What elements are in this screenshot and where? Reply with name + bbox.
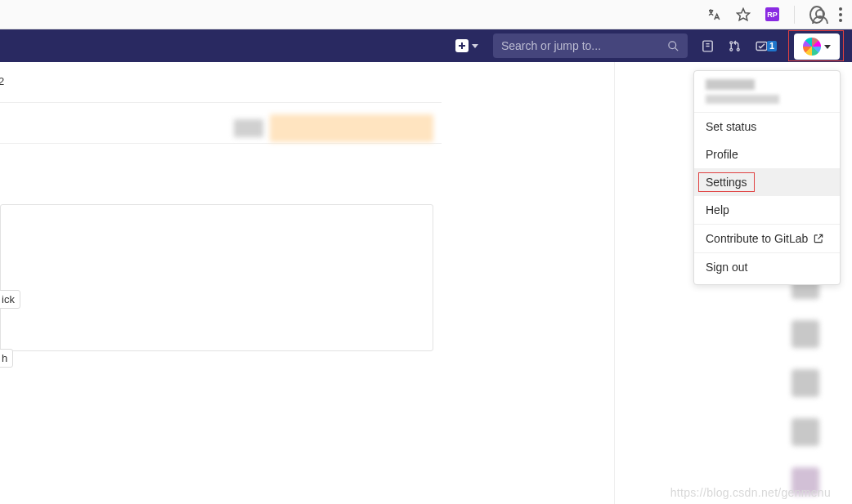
settings-highlight: Settings xyxy=(698,172,755,192)
menu-item-sign-out[interactable]: Sign out xyxy=(694,253,840,281)
menu-label: Contribute to GitLab xyxy=(706,232,808,245)
extension-label: RP xyxy=(767,11,778,19)
menu-item-help[interactable]: Help xyxy=(694,196,840,224)
main-content: 2 ick h xyxy=(0,62,442,351)
search-input[interactable] xyxy=(501,39,667,52)
redacted-handle xyxy=(706,95,779,104)
merge-request-icon xyxy=(728,39,742,53)
menu-label: Set status xyxy=(706,120,756,133)
menu-label: Profile xyxy=(706,148,738,161)
browser-menu-icon[interactable] xyxy=(839,7,842,22)
activity-item xyxy=(787,412,852,461)
activity-item xyxy=(787,363,852,412)
svg-line-2 xyxy=(675,47,678,51)
menu-label: Sign out xyxy=(706,261,747,274)
external-link-icon xyxy=(813,233,824,244)
menu-item-contribute[interactable]: Contribute to GitLab xyxy=(694,225,840,252)
gitlab-navbar: 1 xyxy=(0,29,852,62)
svg-point-1 xyxy=(669,41,676,48)
toolbar-divider xyxy=(794,6,795,24)
column-divider xyxy=(614,62,615,504)
menu-user-header xyxy=(694,71,840,112)
menu-label: Help xyxy=(706,203,729,216)
svg-point-6 xyxy=(730,41,733,43)
chevron-down-icon xyxy=(472,44,478,48)
redacted-username xyxy=(706,79,755,90)
user-avatar-icon xyxy=(803,38,821,56)
activity-item xyxy=(787,314,852,363)
chip-label: h xyxy=(2,352,7,364)
content-row xyxy=(0,144,442,185)
translate-icon[interactable] xyxy=(706,7,721,22)
crumb-tail: 2 xyxy=(0,75,4,87)
search-box[interactable] xyxy=(493,33,688,58)
redacted-text xyxy=(234,119,263,137)
todos-count-badge: 1 xyxy=(767,41,777,51)
chip-label: ick xyxy=(2,293,15,306)
chevron-down-icon xyxy=(824,45,831,49)
chip[interactable]: h xyxy=(0,349,13,368)
redacted-highlight xyxy=(270,114,433,142)
menu-label: Settings xyxy=(706,176,747,189)
content-row: 2 xyxy=(0,62,442,103)
issues-link[interactable] xyxy=(694,29,721,62)
chip[interactable]: ick xyxy=(0,290,20,309)
profile-icon[interactable] xyxy=(809,7,824,22)
user-menu-button[interactable] xyxy=(794,33,840,60)
content-panel: ick h xyxy=(0,204,433,351)
watermark: https://blog.csdn.net/genmenu xyxy=(670,486,831,499)
search-icon xyxy=(667,40,679,52)
svg-point-8 xyxy=(737,48,739,51)
plus-icon xyxy=(455,39,469,52)
menu-item-set-status[interactable]: Set status xyxy=(694,113,840,140)
bookmark-star-icon[interactable] xyxy=(736,7,751,22)
menu-item-settings[interactable]: Settings xyxy=(694,168,840,196)
svg-marker-0 xyxy=(738,8,750,20)
todos-link[interactable]: 1 xyxy=(748,29,783,62)
issues-icon xyxy=(701,39,715,53)
svg-point-7 xyxy=(730,48,733,51)
merge-requests-link[interactable] xyxy=(721,29,748,62)
extension-icon[interactable]: RP xyxy=(765,7,779,21)
user-menu-highlight xyxy=(788,30,844,61)
browser-toolbar: RP xyxy=(0,0,852,29)
user-dropdown-menu: Set status Profile Settings Help Contrib… xyxy=(693,70,841,285)
new-dropdown-button[interactable] xyxy=(447,29,487,62)
menu-item-profile[interactable]: Profile xyxy=(694,140,840,168)
